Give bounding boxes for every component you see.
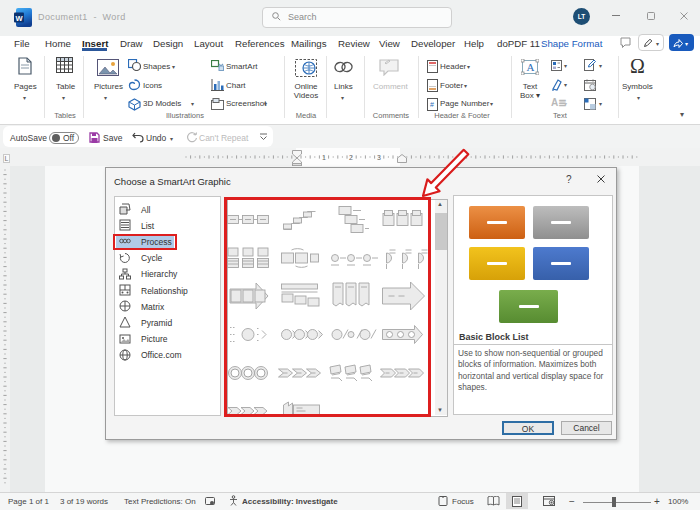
svg-text:1: 1 [322,154,326,161]
svg-text:W: W [15,14,23,23]
svg-text:A: A [527,61,535,73]
svg-text:3: 3 [377,154,381,161]
svg-text:2: 2 [349,154,353,161]
svg-text:#: # [430,101,434,108]
